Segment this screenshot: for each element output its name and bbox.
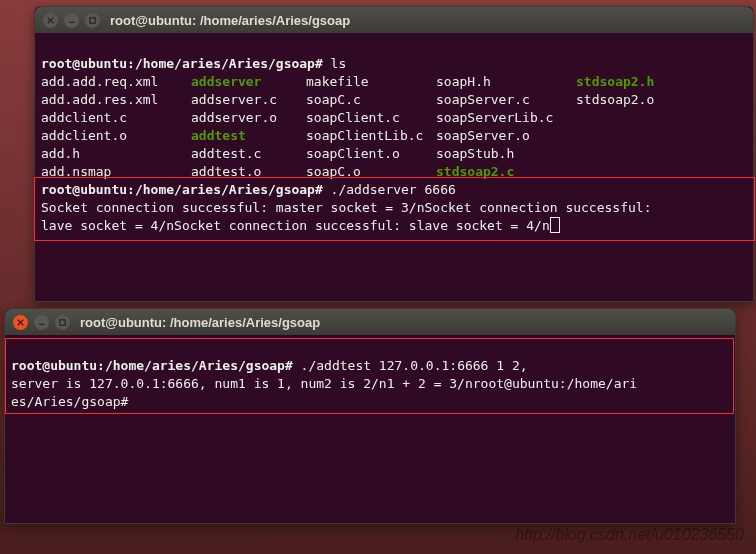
ls-entry: soapStub.h bbox=[436, 145, 576, 163]
ls-row: addclient.caddserver.osoapClient.csoapSe… bbox=[41, 109, 747, 127]
cmd-addtest: ./addtest 127.0.0.1:6666 1 2, bbox=[301, 358, 528, 373]
ls-entry: add.add.res.xml bbox=[41, 91, 191, 109]
ls-entry: soapClient.c bbox=[306, 109, 436, 127]
server-output-line-2: lave socket = 4/nSocket connection succe… bbox=[41, 218, 550, 233]
maximize-icon[interactable] bbox=[55, 315, 70, 330]
ls-output: add.add.req.xmladdservermakefilesoapH.hs… bbox=[41, 73, 747, 181]
maximize-icon[interactable] bbox=[85, 13, 100, 28]
minimize-icon[interactable] bbox=[64, 13, 79, 28]
terminal-window-2: root@ubuntu: /home/aries/Aries/gsoap roo… bbox=[4, 308, 736, 524]
ls-entry: soapClient.o bbox=[306, 145, 436, 163]
ls-entry: addclient.c bbox=[41, 109, 191, 127]
ls-entry: addserver.o bbox=[191, 109, 306, 127]
ls-entry: addserver.c bbox=[191, 91, 306, 109]
ls-entry: soapServer.c bbox=[436, 91, 576, 109]
ls-entry: stdsoap2.h bbox=[576, 73, 654, 91]
ls-row: add.nsmapaddtest.osoapC.ostdsoap2.c bbox=[41, 163, 747, 181]
close-icon[interactable] bbox=[43, 13, 58, 28]
ls-entry: makefile bbox=[306, 73, 436, 91]
window-controls-1 bbox=[43, 13, 100, 28]
cmd-addserver: ./addserver 6666 bbox=[331, 182, 456, 197]
ls-entry: stdsoap2.c bbox=[436, 163, 576, 181]
ls-entry: add.h bbox=[41, 145, 191, 163]
titlebar-2[interactable]: root@ubuntu: /home/aries/Aries/gsoap bbox=[5, 309, 735, 335]
terminal-body-2[interactable]: root@ubuntu:/home/aries/Aries/gsoap# ./a… bbox=[5, 335, 735, 523]
ls-entry: soapClientLib.c bbox=[306, 127, 436, 145]
window-title-2: root@ubuntu: /home/aries/Aries/gsoap bbox=[80, 315, 320, 330]
ls-entry: addserver bbox=[191, 73, 306, 91]
ls-entry: soapC.c bbox=[306, 91, 436, 109]
minimize-icon[interactable] bbox=[34, 315, 49, 330]
cmd-ls: ls bbox=[331, 56, 347, 71]
ls-entry: addtest bbox=[191, 127, 306, 145]
titlebar-1[interactable]: root@ubuntu: /home/aries/Aries/gsoap bbox=[35, 7, 753, 33]
ls-entry: soapH.h bbox=[436, 73, 576, 91]
ls-entry: addtest.o bbox=[191, 163, 306, 181]
window-controls-2 bbox=[13, 315, 70, 330]
ls-entry: add.add.req.xml bbox=[41, 73, 191, 91]
ls-entry: add.nsmap bbox=[41, 163, 191, 181]
client-output-line-2: es/Aries/gsoap# bbox=[11, 394, 136, 409]
client-output-line-1: server is 127.0.0.1:6666, num1 is 1, num… bbox=[11, 376, 637, 391]
window-title-1: root@ubuntu: /home/aries/Aries/gsoap bbox=[110, 13, 350, 28]
ls-entry: stdsoap2.o bbox=[576, 91, 654, 109]
close-icon[interactable] bbox=[13, 315, 28, 330]
cursor-icon bbox=[550, 217, 560, 233]
terminal-window-1: root@ubuntu: /home/aries/Aries/gsoap roo… bbox=[34, 6, 754, 302]
prompt: root@ubuntu:/home/aries/Aries/gsoap# bbox=[11, 358, 293, 373]
ls-row: add.haddtest.csoapClient.osoapStub.h bbox=[41, 145, 747, 163]
ls-entry: addtest.c bbox=[191, 145, 306, 163]
watermark: http://blog.csdn.net/u010236550 bbox=[515, 526, 744, 544]
ls-entry: soapServerLib.c bbox=[436, 109, 576, 127]
svg-rect-3 bbox=[90, 17, 95, 22]
svg-rect-7 bbox=[60, 319, 65, 324]
ls-row: addclient.oaddtestsoapClientLib.csoapSer… bbox=[41, 127, 747, 145]
prompt: root@ubuntu:/home/aries/Aries/gsoap# bbox=[41, 56, 323, 71]
ls-row: add.add.req.xmladdservermakefilesoapH.hs… bbox=[41, 73, 747, 91]
ls-row: add.add.res.xmladdserver.csoapC.csoapSer… bbox=[41, 91, 747, 109]
ls-entry: soapServer.o bbox=[436, 127, 576, 145]
ls-entry: addclient.o bbox=[41, 127, 191, 145]
terminal-body-1[interactable]: root@ubuntu:/home/aries/Aries/gsoap# ls … bbox=[35, 33, 753, 301]
prompt: root@ubuntu:/home/aries/Aries/gsoap# bbox=[41, 182, 323, 197]
server-output-line-1: Socket connection successful: master soc… bbox=[41, 200, 651, 215]
ls-entry: soapC.o bbox=[306, 163, 436, 181]
